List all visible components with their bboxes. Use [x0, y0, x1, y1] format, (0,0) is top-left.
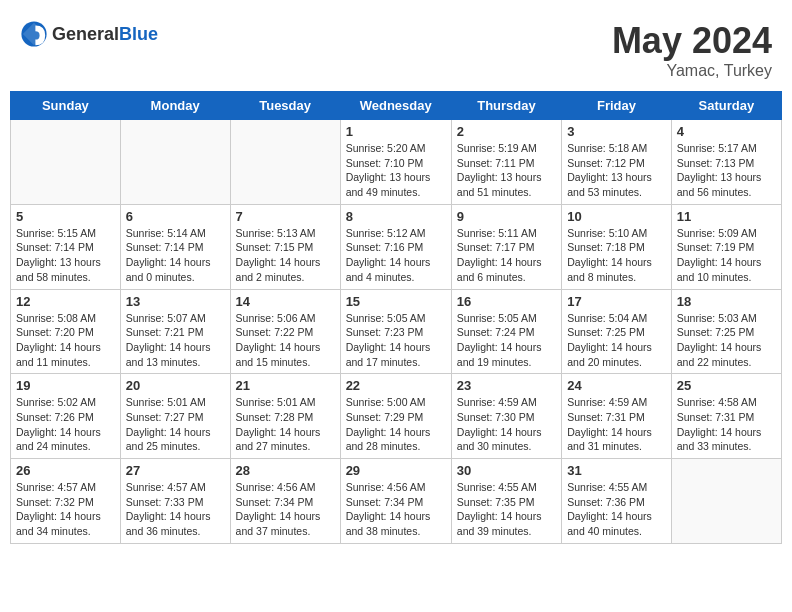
calendar-cell: 21Sunrise: 5:01 AM Sunset: 7:28 PM Dayli… [230, 374, 340, 459]
cell-info: Sunrise: 5:19 AM Sunset: 7:11 PM Dayligh… [457, 141, 556, 200]
cell-info: Sunrise: 4:58 AM Sunset: 7:31 PM Dayligh… [677, 395, 776, 454]
calendar-cell: 8Sunrise: 5:12 AM Sunset: 7:16 PM Daylig… [340, 204, 451, 289]
cell-info: Sunrise: 4:59 AM Sunset: 7:30 PM Dayligh… [457, 395, 556, 454]
day-number: 11 [677, 209, 776, 224]
day-number: 26 [16, 463, 115, 478]
day-number: 14 [236, 294, 335, 309]
col-header-tuesday: Tuesday [230, 92, 340, 120]
cell-info: Sunrise: 5:01 AM Sunset: 7:28 PM Dayligh… [236, 395, 335, 454]
cell-info: Sunrise: 5:13 AM Sunset: 7:15 PM Dayligh… [236, 226, 335, 285]
day-number: 15 [346, 294, 446, 309]
cell-info: Sunrise: 4:57 AM Sunset: 7:32 PM Dayligh… [16, 480, 115, 539]
calendar-cell: 27Sunrise: 4:57 AM Sunset: 7:33 PM Dayli… [120, 459, 230, 544]
cell-info: Sunrise: 5:18 AM Sunset: 7:12 PM Dayligh… [567, 141, 666, 200]
cell-info: Sunrise: 4:59 AM Sunset: 7:31 PM Dayligh… [567, 395, 666, 454]
subtitle: Yamac, Turkey [612, 62, 772, 80]
day-number: 27 [126, 463, 225, 478]
cell-info: Sunrise: 5:02 AM Sunset: 7:26 PM Dayligh… [16, 395, 115, 454]
col-header-monday: Monday [120, 92, 230, 120]
col-header-thursday: Thursday [451, 92, 561, 120]
calendar-cell: 2Sunrise: 5:19 AM Sunset: 7:11 PM Daylig… [451, 120, 561, 205]
day-number: 7 [236, 209, 335, 224]
calendar-cell: 3Sunrise: 5:18 AM Sunset: 7:12 PM Daylig… [562, 120, 672, 205]
day-number: 5 [16, 209, 115, 224]
day-number: 4 [677, 124, 776, 139]
day-number: 25 [677, 378, 776, 393]
day-number: 22 [346, 378, 446, 393]
main-title: May 2024 [612, 20, 772, 62]
calendar-cell: 16Sunrise: 5:05 AM Sunset: 7:24 PM Dayli… [451, 289, 561, 374]
calendar-cell [11, 120, 121, 205]
cell-info: Sunrise: 5:00 AM Sunset: 7:29 PM Dayligh… [346, 395, 446, 454]
cell-info: Sunrise: 5:17 AM Sunset: 7:13 PM Dayligh… [677, 141, 776, 200]
calendar-cell: 20Sunrise: 5:01 AM Sunset: 7:27 PM Dayli… [120, 374, 230, 459]
title-block: May 2024 Yamac, Turkey [612, 20, 772, 80]
calendar-header-row: SundayMondayTuesdayWednesdayThursdayFrid… [11, 92, 782, 120]
logo-text: General [52, 24, 119, 44]
calendar-cell [230, 120, 340, 205]
cell-info: Sunrise: 5:05 AM Sunset: 7:24 PM Dayligh… [457, 311, 556, 370]
calendar-cell: 10Sunrise: 5:10 AM Sunset: 7:18 PM Dayli… [562, 204, 672, 289]
cell-info: Sunrise: 4:56 AM Sunset: 7:34 PM Dayligh… [236, 480, 335, 539]
calendar-cell: 23Sunrise: 4:59 AM Sunset: 7:30 PM Dayli… [451, 374, 561, 459]
day-number: 6 [126, 209, 225, 224]
calendar-cell: 9Sunrise: 5:11 AM Sunset: 7:17 PM Daylig… [451, 204, 561, 289]
calendar-cell: 6Sunrise: 5:14 AM Sunset: 7:14 PM Daylig… [120, 204, 230, 289]
cell-info: Sunrise: 5:05 AM Sunset: 7:23 PM Dayligh… [346, 311, 446, 370]
calendar-cell: 11Sunrise: 5:09 AM Sunset: 7:19 PM Dayli… [671, 204, 781, 289]
cell-info: Sunrise: 5:12 AM Sunset: 7:16 PM Dayligh… [346, 226, 446, 285]
day-number: 24 [567, 378, 666, 393]
day-number: 1 [346, 124, 446, 139]
calendar-table: SundayMondayTuesdayWednesdayThursdayFrid… [10, 91, 782, 544]
day-number: 10 [567, 209, 666, 224]
day-number: 17 [567, 294, 666, 309]
calendar-week-row: 5Sunrise: 5:15 AM Sunset: 7:14 PM Daylig… [11, 204, 782, 289]
day-number: 3 [567, 124, 666, 139]
day-number: 30 [457, 463, 556, 478]
day-number: 29 [346, 463, 446, 478]
calendar-cell [671, 459, 781, 544]
calendar-cell: 14Sunrise: 5:06 AM Sunset: 7:22 PM Dayli… [230, 289, 340, 374]
day-number: 9 [457, 209, 556, 224]
calendar-cell: 17Sunrise: 5:04 AM Sunset: 7:25 PM Dayli… [562, 289, 672, 374]
day-number: 12 [16, 294, 115, 309]
day-number: 21 [236, 378, 335, 393]
calendar-cell: 28Sunrise: 4:56 AM Sunset: 7:34 PM Dayli… [230, 459, 340, 544]
cell-info: Sunrise: 5:20 AM Sunset: 7:10 PM Dayligh… [346, 141, 446, 200]
cell-info: Sunrise: 5:07 AM Sunset: 7:21 PM Dayligh… [126, 311, 225, 370]
calendar-cell: 22Sunrise: 5:00 AM Sunset: 7:29 PM Dayli… [340, 374, 451, 459]
cell-info: Sunrise: 5:09 AM Sunset: 7:19 PM Dayligh… [677, 226, 776, 285]
day-number: 8 [346, 209, 446, 224]
cell-info: Sunrise: 4:57 AM Sunset: 7:33 PM Dayligh… [126, 480, 225, 539]
day-number: 16 [457, 294, 556, 309]
calendar-cell [120, 120, 230, 205]
page-header: GeneralBlue May 2024 Yamac, Turkey [10, 10, 782, 85]
calendar-cell: 31Sunrise: 4:55 AM Sunset: 7:36 PM Dayli… [562, 459, 672, 544]
calendar-cell: 29Sunrise: 4:56 AM Sunset: 7:34 PM Dayli… [340, 459, 451, 544]
calendar-cell: 25Sunrise: 4:58 AM Sunset: 7:31 PM Dayli… [671, 374, 781, 459]
cell-info: Sunrise: 5:11 AM Sunset: 7:17 PM Dayligh… [457, 226, 556, 285]
cell-info: Sunrise: 4:56 AM Sunset: 7:34 PM Dayligh… [346, 480, 446, 539]
day-number: 28 [236, 463, 335, 478]
day-number: 19 [16, 378, 115, 393]
day-number: 20 [126, 378, 225, 393]
calendar-cell: 7Sunrise: 5:13 AM Sunset: 7:15 PM Daylig… [230, 204, 340, 289]
cell-info: Sunrise: 5:04 AM Sunset: 7:25 PM Dayligh… [567, 311, 666, 370]
logo-blue-text: Blue [119, 24, 158, 44]
calendar-week-row: 1Sunrise: 5:20 AM Sunset: 7:10 PM Daylig… [11, 120, 782, 205]
calendar-cell: 24Sunrise: 4:59 AM Sunset: 7:31 PM Dayli… [562, 374, 672, 459]
cell-info: Sunrise: 4:55 AM Sunset: 7:35 PM Dayligh… [457, 480, 556, 539]
col-header-wednesday: Wednesday [340, 92, 451, 120]
calendar-week-row: 26Sunrise: 4:57 AM Sunset: 7:32 PM Dayli… [11, 459, 782, 544]
day-number: 23 [457, 378, 556, 393]
calendar-cell: 26Sunrise: 4:57 AM Sunset: 7:32 PM Dayli… [11, 459, 121, 544]
logo-icon [20, 20, 48, 48]
day-number: 13 [126, 294, 225, 309]
calendar-week-row: 19Sunrise: 5:02 AM Sunset: 7:26 PM Dayli… [11, 374, 782, 459]
logo: GeneralBlue [20, 20, 158, 48]
calendar-cell: 19Sunrise: 5:02 AM Sunset: 7:26 PM Dayli… [11, 374, 121, 459]
day-number: 18 [677, 294, 776, 309]
calendar-cell: 30Sunrise: 4:55 AM Sunset: 7:35 PM Dayli… [451, 459, 561, 544]
calendar-week-row: 12Sunrise: 5:08 AM Sunset: 7:20 PM Dayli… [11, 289, 782, 374]
calendar-cell: 1Sunrise: 5:20 AM Sunset: 7:10 PM Daylig… [340, 120, 451, 205]
